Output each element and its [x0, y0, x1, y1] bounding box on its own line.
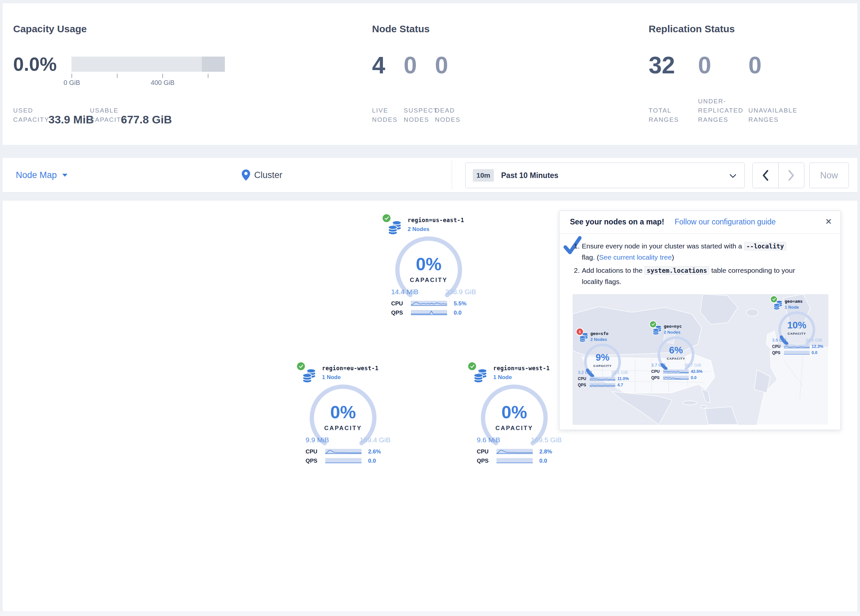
axis-tick: [208, 74, 209, 78]
cpu-sparkline: [590, 377, 615, 381]
step-text: Add locations to the: [582, 266, 644, 274]
qps-sparkline: [325, 458, 361, 463]
cpu-row: CPU 11.0%: [578, 376, 629, 381]
qps-row: QPS 4.7: [578, 383, 629, 387]
locality-tree-link[interactable]: See current locality tree: [599, 253, 672, 261]
step-1: 1.Ensure every node in your cluster was …: [574, 241, 801, 263]
unavailable-ranges-count: 0: [749, 53, 761, 78]
database-nodes-icon: [302, 368, 316, 385]
region-title: region=us-east-1: [408, 217, 464, 223]
cpu-row: CPU 42.5%: [651, 369, 703, 374]
total-capacity: 34.4 GiB: [805, 338, 822, 343]
step-text: flag. (: [582, 253, 599, 261]
map-node-card-ams[interactable]: geo=ams 1 Node 10% CAPACITY 3.6 GiB34.4 …: [769, 295, 825, 358]
time-range-dropdown[interactable]: 10m Past 10 Minutes: [465, 163, 745, 188]
capacity-label: CAPACITY: [392, 277, 465, 284]
popup-header: See your nodes on a map! Follow our conf…: [559, 211, 841, 234]
dashboard-toolbar: Node Map Cluster 10m Past 10 Minutes Now: [3, 158, 857, 193]
region-card-us-west-1[interactable]: region=us-west-1 1 Node 0% CAPACITY 9.6 …: [464, 361, 564, 470]
capacity-percent: 6%: [654, 345, 698, 356]
qps-value: 0.0: [368, 458, 376, 464]
page-footer-strip: [0, 611, 860, 616]
total-capacity: 169.5 GiB: [531, 436, 562, 444]
total-capacity: 338.9 GiB: [446, 288, 476, 296]
live-nodes-label: LIVE NODES: [372, 106, 402, 124]
capacity-percent: 0%: [478, 402, 551, 422]
map-node-card-sfo[interactable]: 1 geo=sfo 2 Nodes 9% CAPACITY 3.2 GiB35.…: [574, 327, 631, 390]
region-card-eu-west-1[interactable]: region=eu-west-1 1 Node 0% CAPACITY 9.9 …: [293, 361, 392, 470]
cpu-sparkline: [663, 370, 689, 373]
region-title: region=eu-west-1: [322, 365, 379, 371]
total-capacity: 169.4 GiB: [360, 436, 391, 444]
cpu-label: CPU: [578, 376, 586, 381]
capacity-used-percent: 0.0%: [13, 53, 56, 75]
popup-steps: 1.Ensure every node in your cluster was …: [574, 241, 801, 289]
qps-row: QPS 0.0: [306, 458, 392, 464]
total-ranges-count: 32: [649, 53, 675, 78]
unavailable-ranges-label: UNAVAILABLE RANGES: [749, 106, 797, 124]
qps-sparkline: [496, 458, 533, 463]
cpu-value: 12.3%: [811, 344, 823, 349]
cpu-sparkline: [784, 345, 810, 348]
capacity-usage-title: Capacity Usage: [13, 24, 86, 34]
qps-row: QPS 0.0: [651, 375, 703, 380]
node-status-title: Node Status: [372, 24, 430, 34]
total-ranges-label: TOTAL RANGES: [649, 106, 685, 124]
cpu-label: CPU: [772, 344, 780, 349]
qps-label: QPS: [306, 458, 317, 464]
qps-sparkline: [784, 351, 810, 355]
axis-tick-label: 400 GiB: [143, 79, 182, 86]
cpu-sparkline: [411, 301, 447, 306]
chevron-left-icon: [762, 170, 769, 181]
configuration-guide-link[interactable]: Follow our configuration guide: [675, 218, 776, 226]
time-range-label: Past 10 Minutes: [501, 171, 559, 180]
time-step-arrows: [752, 163, 804, 188]
popup-title: See your nodes on a map!: [570, 218, 664, 226]
region-node-count: 1 Node: [493, 374, 512, 381]
under-replicated-ranges-label: UNDER-REPLICATED RANGES: [698, 97, 741, 124]
capacity-label: CAPACITY: [775, 332, 819, 335]
chevron-down-icon: [62, 174, 67, 177]
used-capacity: 9.9 MiB: [306, 436, 329, 444]
map-node-card-nyc[interactable]: geo=nyc 2 Nodes 6% CAPACITY 3.7 GiB65.7 …: [648, 320, 705, 383]
dead-nodes-count: 0: [435, 53, 448, 78]
qps-value: 4.7: [617, 383, 623, 387]
database-nodes-icon: [388, 220, 402, 237]
cpu-value: 11.0%: [617, 376, 629, 381]
cpu-label: CPU: [477, 448, 489, 455]
qps-sparkline: [411, 310, 447, 315]
close-icon[interactable]: ✕: [825, 217, 832, 226]
capacity-percent: 9%: [581, 352, 625, 363]
now-button[interactable]: Now: [809, 163, 849, 188]
capacity-label: CAPACITY: [581, 364, 625, 368]
cpu-value: 2.8%: [539, 448, 552, 455]
cpu-row: CPU 2.6%: [306, 448, 392, 455]
capacity-percent: 10%: [775, 320, 819, 331]
cpu-label: CPU: [391, 301, 403, 307]
qps-value: 0.0: [454, 310, 461, 316]
dead-nodes-label: DEAD NODES: [435, 106, 465, 124]
code-locality-flag: --locality: [744, 242, 786, 251]
view-selector-node-map[interactable]: Node Map: [16, 158, 67, 192]
time-step-forward-button[interactable]: [779, 163, 804, 188]
time-step-back-button[interactable]: [753, 163, 779, 188]
locality-node-count: 2 Nodes: [590, 337, 607, 342]
qps-row: QPS 0.0: [391, 310, 477, 315]
used-capacity-value: 33.9 MiB: [49, 113, 94, 126]
total-capacity: 35.1 GiB: [611, 370, 628, 375]
database-nodes-icon: [474, 368, 487, 385]
time-range-badge: 10m: [473, 169, 494, 182]
step-text: ): [672, 253, 674, 261]
capacity-label: CAPACITY: [478, 425, 551, 432]
region-card-us-east-1[interactable]: region=us-east-1 2 Nodes 0% CAPACITY 14.…: [379, 212, 478, 321]
cpu-row: CPU 5.5%: [391, 301, 477, 306]
capacity-percent: 0%: [307, 402, 379, 422]
step-number: 2.: [574, 265, 580, 276]
region-node-count: 2 Nodes: [408, 226, 429, 233]
used-capacity: 3.6 GiB: [772, 338, 786, 343]
breadcrumb-cluster[interactable]: Cluster: [242, 158, 282, 192]
qps-label: QPS: [477, 458, 489, 464]
qps-value: 0.0: [691, 375, 696, 380]
qps-row: QPS 0.0: [772, 350, 824, 355]
locality-node-count: 2 Nodes: [664, 330, 681, 335]
